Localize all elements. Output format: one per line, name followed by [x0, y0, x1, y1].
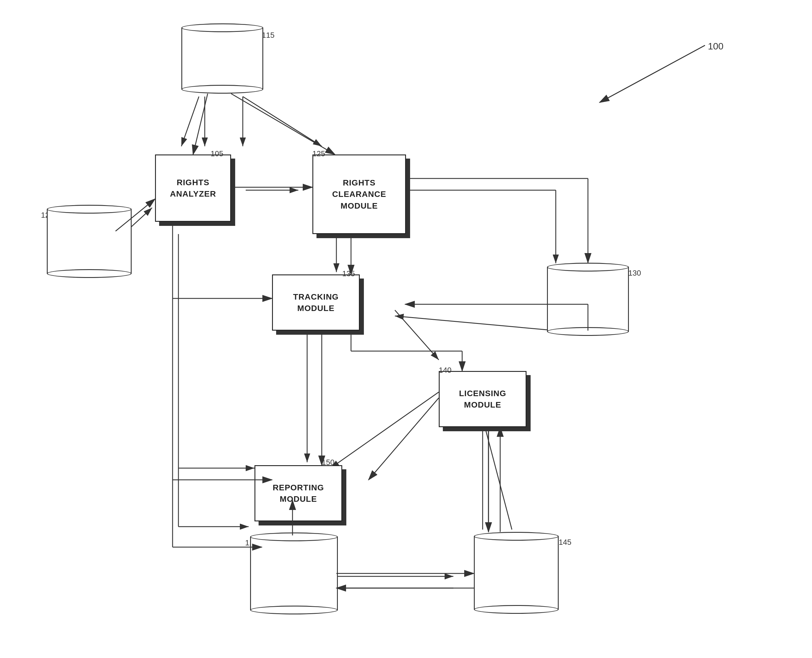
svg-line-18 — [483, 418, 512, 530]
ref-105: 105 — [211, 149, 223, 158]
db-bottom-assets — [250, 606, 338, 614]
db-top-stat — [47, 205, 131, 213]
arrows-svg — [0, 0, 812, 658]
svg-line-5 — [243, 97, 322, 146]
svg-line-49 — [600, 45, 705, 102]
ref-130: 130 — [628, 269, 641, 278]
ref-115: 115 — [262, 31, 274, 40]
db-top-assets — [250, 533, 338, 541]
licensing-module-box: LICENSINGMODULE — [439, 371, 527, 427]
reporting-module-label: REPORTINGMODULE — [272, 482, 324, 505]
db-body-lic — [474, 536, 559, 609]
svg-line-15 — [395, 310, 439, 360]
rights-holders-db: RIGHTS HOLDERS — [181, 24, 263, 94]
db-bottom-lic — [474, 605, 559, 614]
assets-db: ASSETS — [250, 533, 338, 614]
svg-line-26 — [231, 94, 335, 155]
tracking-module-box: TRACKINGMODULE — [272, 274, 360, 331]
rights-analyzer-label: RIGHTSANALYZER — [170, 177, 216, 199]
rights-analyzer-box: RIGHTSANALYZER — [155, 155, 231, 222]
db-bottom-stat — [47, 269, 131, 278]
ref-150: 150 — [322, 458, 334, 467]
db-body-stat — [47, 209, 131, 274]
projects-db: PROJECTS — [547, 263, 629, 336]
svg-line-4 — [181, 97, 199, 146]
svg-line-25 — [193, 94, 208, 155]
licensing-module-label: LICENSINGMODULE — [459, 388, 506, 410]
diagram-container: RIGHTS HOLDERS 115 RIGHTSANALYZER 105 RI… — [0, 0, 812, 658]
svg-line-45 — [369, 398, 439, 480]
arrows-clean — [0, 0, 812, 658]
db-body — [181, 28, 263, 89]
licenses-db: LICENSES — [474, 532, 559, 614]
ref-100: 100 — [708, 41, 723, 52]
db-bottom-proj — [547, 327, 629, 336]
statutory-db: STATUTORY INFORMATION — [47, 205, 131, 278]
ref-125: 125 — [312, 149, 325, 158]
rights-clearance-label: RIGHTSCLEARANCEMODULE — [332, 177, 386, 212]
db-top-proj — [547, 263, 629, 271]
ref100-arrow — [0, 0, 812, 658]
db-bottom — [181, 85, 263, 94]
svg-line-22 — [330, 392, 439, 468]
db-body-assets — [250, 537, 338, 610]
ref-140: 140 — [439, 366, 451, 375]
svg-line-11 — [395, 316, 556, 331]
db-top — [181, 24, 263, 32]
db-top-lic — [474, 532, 559, 540]
ref-145: 145 — [559, 538, 571, 547]
db-body-proj — [547, 267, 629, 332]
tracking-module-label: TRACKINGMODULE — [293, 291, 339, 314]
reporting-module-box: REPORTINGMODULE — [255, 465, 342, 522]
svg-line-51 — [600, 45, 705, 102]
ref-135: 135 — [342, 269, 355, 278]
rights-clearance-box: RIGHTSCLEARANCEMODULE — [312, 155, 406, 234]
